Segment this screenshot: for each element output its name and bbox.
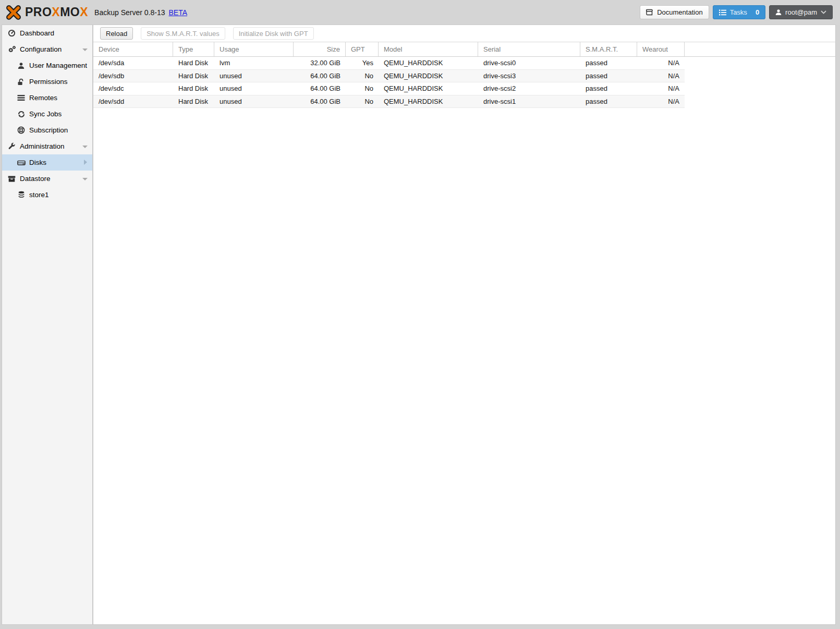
- reload-button[interactable]: Reload: [100, 27, 133, 40]
- user-menu-button[interactable]: root@pam: [769, 5, 833, 19]
- sidebar-item-administration[interactable]: Administration: [2, 138, 92, 154]
- cell-model: QEMU_HARDDISK: [379, 95, 478, 108]
- sidebar-item-label: Administration: [20, 142, 65, 150]
- cell-model: QEMU_HARDDISK: [379, 70, 478, 82]
- dashboard-icon: [7, 29, 16, 37]
- cell-serial: drive-scsi0: [478, 57, 580, 69]
- cell-serial: drive-scsi2: [478, 82, 580, 95]
- column-header-usage[interactable]: Usage: [214, 42, 294, 56]
- sidebar-item-store1[interactable]: store1: [2, 187, 92, 203]
- cell-s-m-a-r-t: passed: [580, 82, 637, 95]
- table-body: /dev/sdaHard Disklvm32.00 GiBYesQEMU_HAR…: [93, 57, 835, 108]
- cell-s-m-a-r-t: passed: [580, 57, 637, 69]
- life-ring-icon: [17, 126, 26, 134]
- list-icon: [17, 94, 26, 101]
- topbar: PROXMOX Backup Server 0.8-13 BETA Docume…: [0, 0, 840, 25]
- disks-panel: Reload Show S.M.A.R.T. values Initialize…: [93, 25, 836, 625]
- column-header-model[interactable]: Model: [379, 42, 478, 56]
- topbar-actions: Documentation Tasks 0 root@pam: [640, 5, 833, 19]
- proxmox-wordmark: PROXMOX: [25, 5, 88, 19]
- sync-icon: [17, 111, 26, 118]
- cell-model: QEMU_HARDDISK: [379, 57, 478, 69]
- column-header-filler: [685, 42, 835, 56]
- cell-size: 32.00 GiB: [294, 57, 346, 69]
- cell-type: Hard Disk: [173, 95, 214, 108]
- book-icon: [646, 9, 653, 16]
- sidebar-item-user-management[interactable]: User Management: [2, 57, 92, 74]
- cell-usage: unused: [214, 70, 294, 82]
- sidebar-item-label: Remotes: [29, 94, 57, 102]
- cell-serial: drive-scsi3: [478, 70, 580, 82]
- sidebar-item-remotes[interactable]: Remotes: [2, 90, 92, 106]
- cell-wearout: N/A: [637, 95, 685, 108]
- cell-size: 64.00 GiB: [294, 82, 346, 95]
- cell-type: Hard Disk: [173, 57, 214, 69]
- cell-serial: drive-scsi1: [478, 95, 580, 108]
- beta-link[interactable]: BETA: [169, 8, 188, 17]
- chevron-right-icon: [84, 160, 87, 165]
- cell-type: Hard Disk: [173, 82, 214, 95]
- cell-wearout: N/A: [637, 82, 685, 95]
- cell-device: /dev/sdd: [93, 95, 173, 108]
- cell-size: 64.00 GiB: [294, 70, 346, 82]
- cell-size: 64.00 GiB: [294, 95, 346, 108]
- cell-usage: lvm: [214, 57, 294, 69]
- column-header-size[interactable]: Size: [294, 42, 346, 56]
- cell-device: /dev/sdc: [93, 82, 173, 95]
- table-row-dev-sdc[interactable]: /dev/sdcHard Diskunused64.00 GiBNoQEMU_H…: [93, 82, 685, 95]
- user-icon: [775, 9, 782, 16]
- sidebar-item-label: store1: [29, 191, 49, 199]
- proxmox-x-icon: [5, 4, 22, 21]
- proxmox-logo[interactable]: PROXMOX: [5, 4, 88, 21]
- cell-gpt: No: [346, 95, 379, 108]
- column-header-wearout[interactable]: Wearout: [637, 42, 685, 56]
- caret-down-icon: [82, 178, 88, 180]
- sidebar-nav: DashboardConfigurationUser ManagementPer…: [2, 25, 93, 625]
- sidebar-item-sync-jobs[interactable]: Sync Jobs: [2, 106, 92, 122]
- tasks-button[interactable]: Tasks 0: [713, 5, 765, 19]
- sidebar-item-label: Datastore: [20, 175, 51, 183]
- user-icon: [17, 62, 26, 69]
- cell-gpt: Yes: [346, 57, 379, 69]
- cell-s-m-a-r-t: passed: [580, 95, 637, 108]
- cell-usage: unused: [214, 82, 294, 95]
- task-list-icon: [719, 9, 726, 16]
- sidebar-item-label: Disks: [29, 159, 46, 166]
- sidebar-item-disks[interactable]: Disks: [2, 154, 92, 171]
- column-header-serial[interactable]: Serial: [478, 42, 580, 56]
- cell-device: /dev/sda: [93, 57, 173, 69]
- disks-table: DeviceTypeUsageSizeGPTModelSerialS.M.A.R…: [93, 42, 835, 108]
- table-row-dev-sdb[interactable]: /dev/sdbHard Diskunused64.00 GiBNoQEMU_H…: [93, 70, 685, 83]
- table-row-dev-sda[interactable]: /dev/sdaHard Disklvm32.00 GiBYesQEMU_HAR…: [93, 57, 685, 70]
- disks-toolbar: Reload Show S.M.A.R.T. values Initialize…: [93, 25, 835, 42]
- wrench-icon: [7, 142, 16, 150]
- sidebar-item-dashboard[interactable]: Dashboard: [2, 25, 92, 41]
- sidebar-item-label: User Management: [29, 62, 87, 69]
- sidebar-item-label: Dashboard: [20, 29, 54, 37]
- column-header-s-m-a-r-t[interactable]: S.M.A.R.T.: [580, 42, 637, 56]
- column-header-type[interactable]: Type: [173, 42, 214, 56]
- caret-down-icon: [82, 49, 88, 51]
- sidebar-item-permissions[interactable]: Permissions: [2, 74, 92, 90]
- sidebar-item-configuration[interactable]: Configuration: [2, 41, 92, 57]
- column-header-device[interactable]: Device: [93, 42, 173, 56]
- caret-down-icon: [82, 146, 88, 148]
- sidebar-item-datastore[interactable]: Datastore: [2, 171, 92, 187]
- table-row-dev-sdd[interactable]: /dev/sddHard Diskunused64.00 GiBNoQEMU_H…: [93, 95, 685, 108]
- cell-wearout: N/A: [637, 57, 685, 69]
- show-smart-values-button[interactable]: Show S.M.A.R.T. values: [141, 27, 225, 40]
- cell-device: /dev/sdb: [93, 70, 173, 82]
- sidebar-item-label: Configuration: [20, 45, 62, 53]
- app-title: Backup Server 0.8-13: [94, 8, 165, 17]
- sidebar-item-label: Subscription: [29, 126, 68, 134]
- unlock-icon: [17, 78, 26, 86]
- gears-icon: [7, 45, 16, 53]
- initialize-disk-gpt-button[interactable]: Initialize Disk with GPT: [233, 27, 314, 40]
- documentation-button[interactable]: Documentation: [640, 5, 709, 19]
- cell-type: Hard Disk: [173, 70, 214, 82]
- sidebar-item-subscription[interactable]: Subscription: [2, 122, 92, 138]
- cell-model: QEMU_HARDDISK: [379, 82, 478, 95]
- archive-icon: [7, 175, 16, 183]
- cell-wearout: N/A: [637, 70, 685, 82]
- column-header-gpt[interactable]: GPT: [346, 42, 379, 56]
